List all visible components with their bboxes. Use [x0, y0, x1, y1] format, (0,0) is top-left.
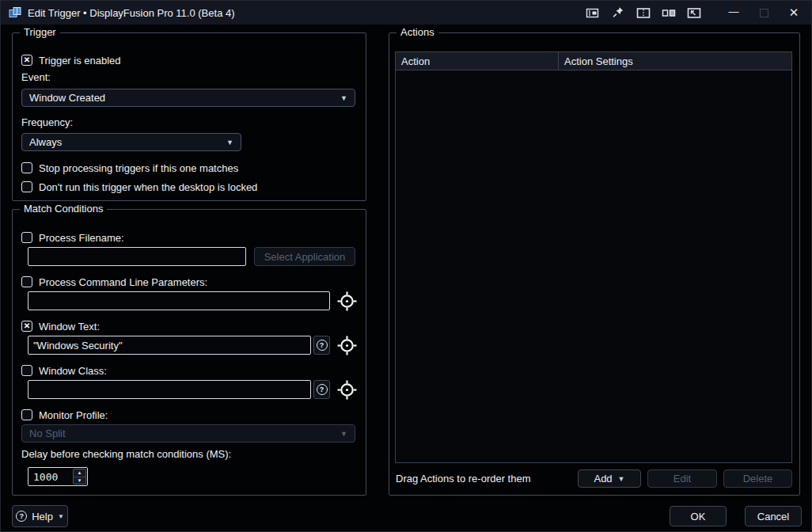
monitor-profile-checkbox[interactable]: Monitor Profile:	[21, 408, 108, 421]
maximize-icon	[760, 9, 768, 17]
checkbox-unchecked-icon	[21, 162, 32, 173]
maximize-button[interactable]	[751, 1, 776, 25]
chevron-down-icon: ▼	[58, 513, 64, 520]
titlebar-pin-window-icon[interactable]	[605, 1, 631, 25]
process-filename-checkbox[interactable]: Process Filename:	[21, 231, 124, 244]
checkbox-unchecked-icon	[21, 232, 32, 243]
window-text-input[interactable]	[28, 336, 311, 355]
cmdline-label: Process Command Line Parameters:	[39, 276, 207, 288]
frequency-select-value: Always	[29, 136, 62, 148]
checkbox-unchecked-icon	[21, 181, 32, 192]
help-icon: ?	[16, 511, 27, 522]
checkbox-checked-icon: ✕	[21, 55, 32, 66]
actions-column-action[interactable]: Action	[396, 52, 558, 70]
titlebar-split-monitor-icon[interactable]	[631, 1, 656, 25]
minimize-icon: —	[729, 6, 739, 17]
chevron-down-icon: ▼	[340, 430, 347, 438]
titlebar-monitor-arrow-icon[interactable]	[681, 1, 707, 25]
window-class-checkbox[interactable]: Window Class:	[21, 364, 107, 377]
titlebar-move-window-to-monitor-icon[interactable]	[580, 1, 605, 25]
actions-table-header: Action Action Settings	[396, 52, 791, 70]
window-class-input[interactable]	[28, 380, 311, 399]
delete-action-button: Delete	[723, 469, 792, 488]
actions-list[interactable]	[396, 70, 791, 462]
checkbox-unchecked-icon	[21, 276, 32, 287]
window-finder-crosshair-icon[interactable]	[336, 379, 358, 401]
cancel-button[interactable]: Cancel	[745, 506, 802, 526]
close-icon: ✕	[789, 6, 799, 20]
minimize-button[interactable]: —	[721, 1, 746, 25]
spinner-up-icon[interactable]: ▲	[74, 469, 85, 477]
checkbox-unchecked-icon	[21, 365, 32, 376]
help-button[interactable]: ? Help ▼	[12, 505, 68, 527]
desktop-locked-checkbox[interactable]: Don't run this trigger when the desktop …	[21, 180, 257, 193]
chevron-down-icon: ▼	[226, 139, 233, 146]
monitor-profile-value: No Split	[29, 428, 66, 439]
trigger-enabled-checkbox[interactable]: ✕ Trigger is enabled	[21, 54, 121, 66]
window-finder-crosshair-icon[interactable]	[336, 335, 358, 356]
ok-button[interactable]: OK	[670, 506, 727, 526]
actions-table: Action Action Settings	[395, 51, 792, 463]
actions-column-settings[interactable]: Action Settings	[558, 52, 791, 70]
app-icon	[9, 6, 21, 19]
cmdline-input[interactable]	[28, 291, 330, 310]
trigger-group-legend: Trigger	[20, 26, 60, 38]
edit-action-button: Edit	[647, 469, 717, 488]
chevron-down-icon: ▼	[618, 475, 625, 483]
select-application-button: Select Application	[254, 247, 355, 266]
process-filename-label: Process Filename:	[39, 232, 124, 244]
match-conditions-legend: Match Conditions	[20, 203, 107, 215]
event-select-value: Window Created	[29, 92, 105, 104]
monitor-profile-label: Monitor Profile:	[39, 409, 108, 421]
question-icon: ?	[317, 384, 328, 395]
process-filename-input[interactable]	[28, 247, 246, 266]
titlebar-dual-monitor-icon[interactable]	[656, 1, 681, 25]
desktop-locked-label: Don't run this trigger when the desktop …	[39, 181, 257, 193]
window-class-label: Window Class:	[39, 365, 107, 377]
stop-processing-label: Stop processing triggers if this one mat…	[39, 162, 238, 174]
window-title: Edit Trigger • DisplayFusion Pro 11.0 (B…	[28, 7, 235, 19]
window-class-help-button[interactable]: ?	[313, 380, 330, 399]
window-text-help-button[interactable]: ?	[313, 336, 330, 355]
question-icon: ?	[317, 340, 328, 351]
event-label: Event:	[21, 71, 51, 83]
stop-processing-checkbox[interactable]: Stop processing triggers if this one mat…	[21, 162, 238, 174]
edit-trigger-dialog: Edit Trigger • DisplayFusion Pro 11.0 (B…	[0, 0, 812, 532]
event-select[interactable]: Window Created ▼	[21, 89, 355, 107]
spinner-down-icon[interactable]: ▼	[74, 477, 85, 484]
frequency-select[interactable]: Always ▼	[21, 133, 241, 151]
delay-label: Delay before checking match conditions (…	[21, 448, 231, 460]
window-finder-crosshair-icon[interactable]	[336, 291, 358, 312]
window-text-label: Window Text:	[39, 321, 100, 332]
delay-spinner[interactable]: ▲ ▼	[73, 469, 86, 484]
chevron-down-icon: ▼	[340, 94, 347, 102]
add-action-button[interactable]: Add ▼	[578, 469, 641, 488]
trigger-enabled-label: Trigger is enabled	[39, 55, 121, 66]
window-text-checkbox[interactable]: ✕ Window Text:	[21, 320, 100, 332]
actions-group-legend: Actions	[397, 26, 438, 38]
drag-actions-hint: Drag Actions to re-order them	[396, 473, 531, 484]
checkbox-checked-icon: ✕	[21, 321, 32, 332]
checkbox-unchecked-icon	[21, 409, 32, 420]
cmdline-checkbox[interactable]: Process Command Line Parameters:	[21, 276, 207, 288]
monitor-profile-select: No Split ▼	[21, 424, 355, 443]
close-button[interactable]: ✕	[781, 1, 806, 25]
titlebar[interactable]: Edit Trigger • DisplayFusion Pro 11.0 (B…	[1, 1, 811, 25]
frequency-label: Frequency:	[21, 116, 73, 128]
